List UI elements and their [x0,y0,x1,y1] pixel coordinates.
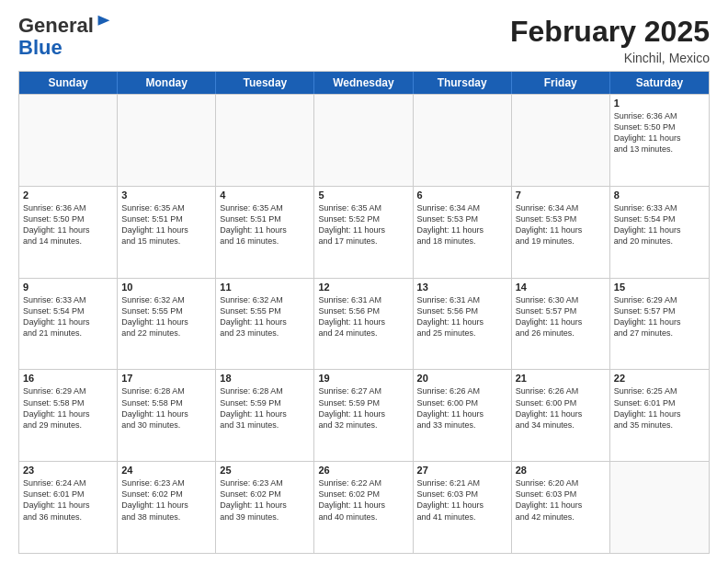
day-number: 26 [318,465,408,476]
logo-blue: Blue [18,37,63,59]
calendar-cell: 27Sunrise: 6:21 AM Sunset: 6:03 PM Dayli… [414,462,512,553]
day-number: 27 [417,465,507,476]
cell-info: Sunrise: 6:28 AM Sunset: 5:59 PM Dayligh… [220,385,310,431]
day-number: 10 [121,282,211,293]
cell-info: Sunrise: 6:34 AM Sunset: 5:53 PM Dayligh… [417,202,507,247]
day-number: 6 [417,190,507,201]
calendar-cell: 10Sunrise: 6:32 AM Sunset: 5:55 PM Dayli… [118,279,216,370]
calendar-cell: 21Sunrise: 6:26 AM Sunset: 6:00 PM Dayli… [512,370,610,461]
cell-info: Sunrise: 6:21 AM Sunset: 6:03 PM Dayligh… [417,477,507,523]
calendar-cell: 9Sunrise: 6:33 AM Sunset: 5:54 PM Daylig… [19,279,118,370]
day-number: 24 [121,465,211,476]
day-number: 18 [220,373,310,384]
day-number: 19 [318,373,408,384]
header: General Blue February 2025 Kinchil, Mexi… [18,15,710,65]
calendar-cell: 23Sunrise: 6:24 AM Sunset: 6:01 PM Dayli… [19,462,118,553]
day-number: 20 [417,373,507,384]
cell-info: Sunrise: 6:24 AM Sunset: 6:01 PM Dayligh… [23,477,113,523]
cell-info: Sunrise: 6:31 AM Sunset: 5:56 PM Dayligh… [417,294,507,339]
weekday-header-friday: Friday [512,72,610,94]
calendar-cell: 15Sunrise: 6:29 AM Sunset: 5:57 PM Dayli… [610,279,709,370]
weekday-header-saturday: Saturday [610,72,709,94]
calendar-cell: 26Sunrise: 6:22 AM Sunset: 6:02 PM Dayli… [314,462,413,553]
weekday-header-thursday: Thursday [414,72,512,94]
logo-icon [96,14,112,34]
logo: General Blue [18,15,112,59]
cell-info: Sunrise: 6:26 AM Sunset: 6:00 PM Dayligh… [417,385,507,431]
cell-info: Sunrise: 6:35 AM Sunset: 5:52 PM Dayligh… [318,202,408,247]
day-number: 9 [23,282,113,293]
calendar-cell: 20Sunrise: 6:26 AM Sunset: 6:00 PM Dayli… [414,370,512,461]
cell-info: Sunrise: 6:32 AM Sunset: 5:55 PM Dayligh… [220,294,310,339]
day-number: 1 [614,98,705,109]
cell-info: Sunrise: 6:23 AM Sunset: 6:02 PM Dayligh… [121,477,211,523]
calendar-row-1: 1Sunrise: 6:36 AM Sunset: 5:50 PM Daylig… [19,94,709,186]
calendar-cell: 5Sunrise: 6:35 AM Sunset: 5:52 PM Daylig… [314,187,413,278]
calendar-row-4: 16Sunrise: 6:29 AM Sunset: 5:58 PM Dayli… [19,369,709,461]
calendar-row-2: 2Sunrise: 6:36 AM Sunset: 5:50 PM Daylig… [19,186,709,278]
calendar-cell: 25Sunrise: 6:23 AM Sunset: 6:02 PM Dayli… [216,462,314,553]
calendar-cell: 28Sunrise: 6:20 AM Sunset: 6:03 PM Dayli… [512,462,610,553]
calendar-cell [314,95,413,186]
day-number: 14 [516,282,606,293]
calendar-cell: 7Sunrise: 6:34 AM Sunset: 5:53 PM Daylig… [512,187,610,278]
day-number: 23 [23,465,113,476]
calendar-cell [118,95,216,186]
calendar-cell: 19Sunrise: 6:27 AM Sunset: 5:59 PM Dayli… [314,370,413,461]
calendar-cell: 22Sunrise: 6:25 AM Sunset: 6:01 PM Dayli… [610,370,709,461]
day-number: 7 [516,190,606,201]
calendar-cell: 2Sunrise: 6:36 AM Sunset: 5:50 PM Daylig… [19,187,118,278]
calendar-cell: 16Sunrise: 6:29 AM Sunset: 5:58 PM Dayli… [19,370,118,461]
day-number: 13 [417,282,507,293]
cell-info: Sunrise: 6:33 AM Sunset: 5:54 PM Dayligh… [614,202,705,247]
cell-info: Sunrise: 6:35 AM Sunset: 5:51 PM Dayligh… [220,202,310,247]
cell-info: Sunrise: 6:29 AM Sunset: 5:57 PM Dayligh… [614,294,705,339]
calendar-cell: 24Sunrise: 6:23 AM Sunset: 6:02 PM Dayli… [118,462,216,553]
cell-info: Sunrise: 6:30 AM Sunset: 5:57 PM Dayligh… [516,294,606,339]
cell-info: Sunrise: 6:27 AM Sunset: 5:59 PM Dayligh… [318,385,408,431]
cell-info: Sunrise: 6:36 AM Sunset: 5:50 PM Dayligh… [23,202,113,247]
svg-marker-0 [98,16,110,26]
day-number: 8 [614,190,705,201]
cell-info: Sunrise: 6:36 AM Sunset: 5:50 PM Dayligh… [614,110,705,155]
calendar-cell [610,462,709,553]
cell-info: Sunrise: 6:34 AM Sunset: 5:53 PM Dayligh… [516,202,606,247]
weekday-header-wednesday: Wednesday [314,72,413,94]
day-number: 15 [614,282,705,293]
calendar-cell [216,95,314,186]
calendar-cell: 12Sunrise: 6:31 AM Sunset: 5:56 PM Dayli… [314,279,413,370]
calendar-cell: 11Sunrise: 6:32 AM Sunset: 5:55 PM Dayli… [216,279,314,370]
calendar-cell: 8Sunrise: 6:33 AM Sunset: 5:54 PM Daylig… [610,187,709,278]
day-number: 21 [516,373,606,384]
calendar-cell: 1Sunrise: 6:36 AM Sunset: 5:50 PM Daylig… [610,95,709,186]
cell-info: Sunrise: 6:22 AM Sunset: 6:02 PM Dayligh… [318,477,408,523]
day-number: 16 [23,373,113,384]
day-number: 22 [614,373,705,384]
page: General Blue February 2025 Kinchil, Mexi… [0,0,728,563]
month-title: February 2025 [510,15,710,49]
day-number: 12 [318,282,408,293]
calendar-cell: 13Sunrise: 6:31 AM Sunset: 5:56 PM Dayli… [414,279,512,370]
day-number: 2 [23,190,113,201]
cell-info: Sunrise: 6:26 AM Sunset: 6:00 PM Dayligh… [516,385,606,431]
cell-info: Sunrise: 6:33 AM Sunset: 5:54 PM Dayligh… [23,294,113,339]
calendar-cell: 17Sunrise: 6:28 AM Sunset: 5:58 PM Dayli… [118,370,216,461]
calendar-cell [512,95,610,186]
calendar-cell: 4Sunrise: 6:35 AM Sunset: 5:51 PM Daylig… [216,187,314,278]
day-number: 25 [220,465,310,476]
cell-info: Sunrise: 6:32 AM Sunset: 5:55 PM Dayligh… [121,294,211,339]
calendar-cell [19,95,118,186]
day-number: 28 [516,465,606,476]
cell-info: Sunrise: 6:20 AM Sunset: 6:03 PM Dayligh… [516,477,606,523]
calendar-cell [414,95,512,186]
day-number: 5 [318,190,408,201]
cell-info: Sunrise: 6:35 AM Sunset: 5:51 PM Dayligh… [121,202,211,247]
calendar: SundayMondayTuesdayWednesdayThursdayFrid… [18,71,710,554]
calendar-cell: 14Sunrise: 6:30 AM Sunset: 5:57 PM Dayli… [512,279,610,370]
title-block: February 2025 Kinchil, Mexico [510,15,710,65]
logo-general: General [18,15,94,37]
cell-info: Sunrise: 6:25 AM Sunset: 6:01 PM Dayligh… [614,385,705,431]
day-number: 17 [121,373,211,384]
day-number: 3 [121,190,211,201]
cell-info: Sunrise: 6:29 AM Sunset: 5:58 PM Dayligh… [23,385,113,431]
